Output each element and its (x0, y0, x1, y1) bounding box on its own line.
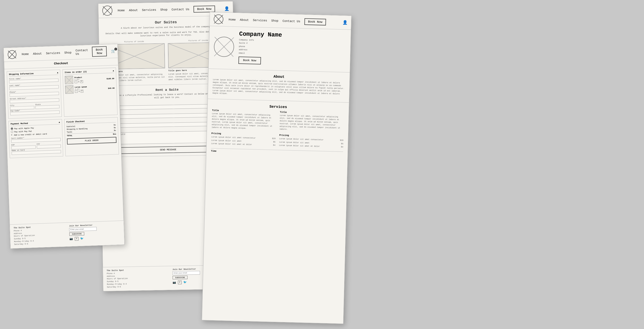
total-label: TOTAL (67, 135, 72, 137)
nav-contact-back[interactable]: Contact Us (172, 7, 189, 11)
payment-title: Payment Method (10, 122, 28, 125)
cart-wrap-left[interactable]: 🛒 5 (111, 49, 116, 53)
applepay-radio[interactable] (11, 127, 13, 130)
nav-shop-left[interactable]: Shop (64, 51, 72, 54)
pricing-grid: Pricing Lorem ipsum dolor sit amet conse… (211, 132, 344, 149)
logo-left[interactable] (7, 50, 17, 59)
p2-price1: $20 (340, 139, 344, 142)
applepay-label: Pay with Apple Pay (14, 127, 34, 130)
p2-price3: $4 (341, 146, 344, 149)
taxes-label: Taxes (67, 131, 72, 133)
order-box: Items in order (2) ▲ Product # sku - (62, 68, 118, 117)
facebook-icon-back[interactable]: f (178, 281, 182, 284)
about-text: Lorem ipsum dolor sit amet, consectetur … (212, 79, 345, 98)
footer-col1-left: The Suite Spot Phone # Address Hours of … (14, 225, 65, 246)
nav-book-left[interactable]: Book Now (92, 46, 107, 57)
twitter-icon-left[interactable]: 🐦 (80, 237, 84, 241)
p2-label2: Lorem ipsum dolor sit amet (279, 141, 310, 144)
pricing-col2: Pricing Lorem ipsum dolor sit amet conse… (279, 134, 344, 149)
shipping-collapse-icon[interactable]: ▲ (57, 72, 58, 74)
summary-title: Finish Checkout (66, 120, 85, 123)
company-info-text: Company Info Suite # phone address email (239, 38, 346, 57)
p2-label3: Lorem ipsum dolor sit amet at dolor (279, 144, 320, 148)
nav-home-right[interactable]: Home (228, 18, 236, 21)
logo-back[interactable] (102, 5, 113, 16)
newsletter-input-back[interactable] (172, 271, 200, 275)
nav-home-back[interactable]: Home (118, 9, 124, 12)
nav-home-left[interactable]: Home (22, 52, 29, 56)
subscribe-btn-back[interactable]: SUBSCRIBE (172, 276, 188, 279)
about-section: About Lorem ipsum dolor sit amet, consec… (208, 71, 350, 100)
order-item-1-details: Product # sku - 1 + (74, 75, 105, 83)
total-val: $xx (113, 133, 116, 135)
summary-box: Finish Checkout Subtotal $x Shipping & H… (64, 117, 119, 156)
order-item-2-details: Lorem ipsum # sku - 1 + (75, 85, 107, 93)
nav-shop-back[interactable]: Shop (160, 8, 167, 11)
services-col1-text: Lorem ipsum dolor sit amet, consectetur … (212, 113, 276, 131)
services-col2-text: Lorem ipsum dolor sit amet, consectetur … (279, 114, 344, 132)
company-book-button[interactable]: Book Now (238, 56, 261, 64)
twitter-icon-back[interactable]: 🐦 (183, 280, 187, 284)
place-order-button[interactable]: PLACE ORDER (67, 137, 116, 145)
logo-right[interactable] (213, 14, 224, 24)
newsletter-title-left: Join Our Newsletter (69, 223, 120, 227)
checkout-grid: Shipping Information ▲ First name* Last … (4, 65, 122, 161)
nav-links-back: Home About Services Shop Contact Us Book… (115, 5, 220, 14)
p1-price3: $4 (273, 144, 276, 147)
subscribe-btn-left[interactable]: SUBSCRIBE (69, 232, 84, 236)
order-item-1: Product # sku - 1 + $100.00 (65, 74, 114, 84)
footer-col1-back: The Suite Spot Phone # Address Hours of … (106, 269, 168, 289)
nav-about-left[interactable]: About (33, 52, 42, 55)
img1-label: Pictures of inside (104, 40, 164, 44)
shipping-header: Shipping Information ▲ (9, 72, 58, 77)
payment-header: Payment Method ▲ (10, 121, 60, 126)
user-icon-right: 👤 (342, 20, 348, 25)
order-collapse-icon[interactable]: ▲ (113, 70, 114, 72)
nav-about-back[interactable]: About (129, 8, 138, 12)
nav-contact-right[interactable]: Contact Us (282, 19, 300, 23)
paypal-label: Pay with Pay Pal (14, 130, 32, 133)
instagram-icon-left[interactable]: 📷 (70, 237, 73, 241)
social-icons-left: 📷 f 🐦 (70, 235, 120, 241)
item2-minus-btn[interactable]: - (75, 90, 78, 92)
street-row: Street Address* (10, 96, 59, 103)
services-col1: Title Lorem ipsum dolor sit amet, consec… (212, 109, 276, 131)
right-page: Home About Services Shop Contact Us Book… (202, 12, 352, 324)
taxes-val: $x (114, 129, 116, 131)
nav-book-right[interactable]: Book Now (304, 18, 326, 25)
nav-book-back[interactable]: Book Now (194, 5, 215, 12)
p1-label3: Lorem ipsum dolor sit amet at dolor (211, 143, 252, 146)
p2-label1: Lorem ipsum dolor sit amet consectetur (279, 138, 324, 141)
footer-left: The Suite Spot Phone # Address Hours of … (10, 221, 124, 249)
item1-minus-btn[interactable]: - (74, 80, 77, 83)
item1-plus-btn[interactable]: + (80, 80, 83, 83)
services-grid: Title Lorem ipsum dolor sit amet, consec… (212, 109, 344, 132)
services-section: Services Title Lorem ipsum dolor sit ame… (206, 101, 349, 158)
instagram-icon-back[interactable]: 📷 (172, 281, 176, 284)
newsletter-input-left[interactable] (69, 227, 96, 231)
payment-box: Payment Method ▲ Pay with Apple Pay Pay … (8, 119, 63, 158)
payment-collapse-icon[interactable]: ▲ (59, 121, 60, 124)
shipping-val: $x (114, 127, 116, 129)
facebook-icon-left[interactable]: f (75, 237, 79, 241)
nav-links-left: Home About Services Shop Contact Us Book… (19, 46, 107, 59)
nav-services-right[interactable]: Services (253, 18, 267, 22)
left-page: Home About Services Shop Contact Us Book… (4, 44, 124, 249)
nav-services-back[interactable]: Services (142, 8, 156, 12)
nav-contact-left[interactable]: Contact Us (76, 48, 88, 56)
paypal-radio[interactable] (11, 131, 13, 133)
nav-shop-right[interactable]: Shop (271, 19, 278, 23)
phone-row: Phone* (9, 90, 59, 97)
rent-title: Rent a Suite (110, 87, 224, 93)
footer-col2-left: Join Our Newsletter SUBSCRIBE 📷 f 🐦 (69, 223, 121, 244)
add-card-icon: + (11, 134, 12, 136)
p1-price2: $5 (273, 141, 276, 143)
p1-label1: Lorem ipsum dolor sit amet consectetur (211, 136, 256, 140)
item2-qty: 1 (78, 90, 80, 92)
item2-plus-btn[interactable]: + (80, 90, 83, 92)
shipping-label: Shipping & Handling (66, 127, 87, 130)
nav-services-left[interactable]: Services (46, 51, 60, 55)
footer-title-back: The Suite Spot (106, 269, 168, 272)
company-logo (214, 36, 234, 57)
nav-about-right[interactable]: About (240, 18, 249, 22)
